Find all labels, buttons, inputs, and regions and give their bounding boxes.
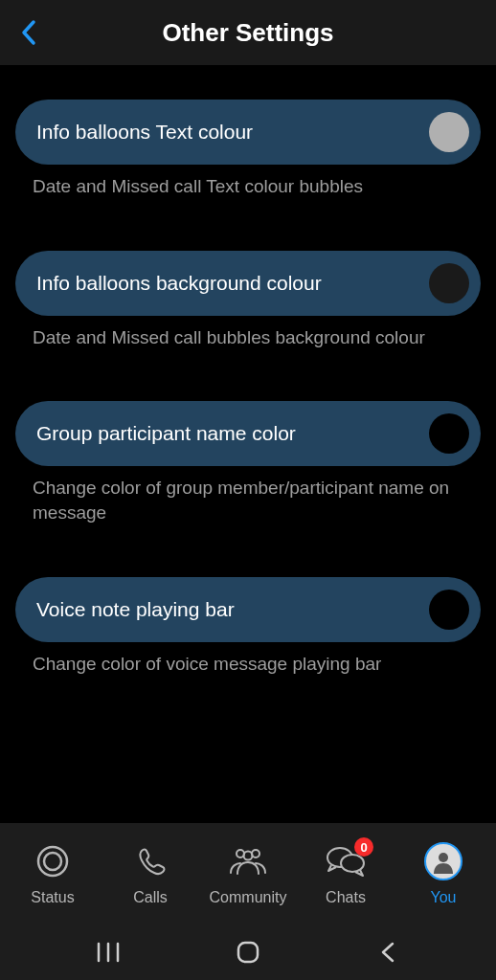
tab-label: You <box>431 889 457 906</box>
setting-description: Change color of voice message playing ba… <box>15 642 481 677</box>
color-swatch <box>429 112 469 152</box>
setting-description: Change color of group member/participant… <box>15 466 481 524</box>
tab-status[interactable]: Status <box>4 839 101 906</box>
setting-info-balloons-text-colour[interactable]: Info balloons Text colour <box>15 100 481 165</box>
sysnav-home[interactable] <box>178 940 318 965</box>
setting-item: Group participant name color Change colo… <box>15 401 481 524</box>
setting-info-balloons-background-colour[interactable]: Info balloons background colour <box>15 251 481 316</box>
svg-point-4 <box>244 852 253 860</box>
tab-label: Status <box>31 889 74 906</box>
tab-you[interactable]: You <box>395 839 492 906</box>
setting-label: Group participant name color <box>36 422 296 445</box>
setting-voice-note-playing-bar[interactable]: Voice note playing bar <box>15 577 481 642</box>
sysnav-back[interactable] <box>318 941 458 964</box>
tab-community[interactable]: Community <box>199 839 297 906</box>
bottom-tab-bar: Status Calls Community <box>0 823 496 924</box>
chats-badge: 0 <box>354 837 373 857</box>
status-icon <box>34 842 72 880</box>
svg-point-1 <box>44 853 61 870</box>
color-swatch <box>429 413 469 454</box>
settings-list: Info balloons Text colour Date and Misse… <box>0 65 496 823</box>
color-swatch <box>429 590 469 630</box>
setting-description: Date and Missed call bubbles background … <box>15 316 481 350</box>
setting-item: Voice note playing bar Change color of v… <box>15 577 481 677</box>
system-nav-bar <box>0 924 496 980</box>
tab-chats[interactable]: 0 Chats <box>297 839 395 906</box>
tab-label: Calls <box>133 889 168 906</box>
back-icon <box>379 941 396 964</box>
color-swatch <box>429 263 469 303</box>
svg-point-0 <box>38 847 67 876</box>
setting-group-participant-name-color[interactable]: Group participant name color <box>15 401 481 466</box>
svg-point-7 <box>439 853 448 862</box>
page-title: Other Settings <box>0 18 496 48</box>
home-icon <box>236 940 260 965</box>
setting-label: Voice note playing bar <box>36 598 235 621</box>
setting-item: Info balloons background colour Date and… <box>15 251 481 350</box>
tab-label: Community <box>210 889 287 906</box>
community-icon <box>225 842 271 880</box>
setting-item: Info balloons Text colour Date and Misse… <box>15 100 481 199</box>
sysnav-recents[interactable] <box>38 942 178 963</box>
avatar-icon <box>424 842 462 880</box>
chevron-left-icon <box>19 18 38 47</box>
topbar: Other Settings <box>0 0 496 65</box>
phone-icon <box>131 842 169 880</box>
svg-rect-11 <box>238 943 258 962</box>
setting-label: Info balloons background colour <box>36 272 322 295</box>
tab-label: Chats <box>326 889 366 906</box>
svg-point-6 <box>341 855 364 872</box>
back-button[interactable] <box>10 13 48 52</box>
setting-label: Info balloons Text colour <box>36 121 253 144</box>
tab-calls[interactable]: Calls <box>101 839 199 906</box>
setting-description: Date and Missed call Text colour bubbles <box>15 165 481 199</box>
recents-icon <box>96 942 121 963</box>
